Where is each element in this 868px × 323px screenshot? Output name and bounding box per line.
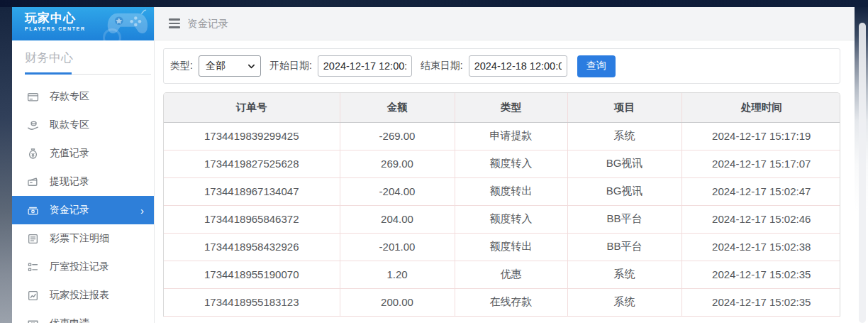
table-cell: 2024-12-17 15:02:38: [681, 233, 840, 261]
start-date-input[interactable]: [318, 55, 412, 77]
moneybag-icon: [27, 148, 39, 160]
end-date-input[interactable]: [469, 55, 567, 77]
type-label: 类型:: [170, 60, 193, 72]
table-cell: 2024-12-17 15:02:35: [681, 288, 840, 316]
breadcrumb-title: 资金记录: [187, 17, 228, 31]
report-chart-icon: [27, 290, 39, 302]
sidebar-item-存款专区[interactable]: 存款专区: [12, 82, 154, 111]
room-bet-list-icon: [27, 261, 39, 273]
table-cell: 1.20: [340, 261, 455, 288]
sidebar-menu: 存款专区 取款专区 充值记录 提现记录 资金记录 › 彩票下注明细 厅室投注记录…: [12, 82, 154, 323]
type-select[interactable]: 全部: [199, 55, 261, 77]
column-header: 类型: [455, 93, 567, 122]
wallet-icon: [27, 176, 39, 188]
sidebar-item-厅室投注记录[interactable]: 厅室投注记录: [12, 253, 154, 281]
sidebar-item-资金记录[interactable]: 资金记录 ›: [12, 196, 154, 224]
withdraw-hand-icon: [27, 119, 39, 131]
brand-subtitle: PLAYERS CENTER: [25, 26, 154, 31]
table-cell: BG视讯: [567, 177, 681, 205]
sidebar-item-label: 彩票下注明细: [50, 232, 109, 245]
top-window-strip: [0, 0, 868, 7]
table-cell: -201.00: [340, 233, 455, 261]
table-cell: 系统: [567, 288, 681, 316]
table-row: 1734419827525628269.00额度转入BG视讯2024-12-17…: [164, 150, 840, 177]
table-cell: 额度转出: [455, 177, 567, 205]
column-header: 处理时间: [681, 93, 840, 122]
table-cell: 系统: [567, 261, 681, 288]
table-row: 17344189551900701.20优惠系统2024-12-17 15:02…: [164, 261, 840, 288]
brand-title: 玩家中心: [25, 11, 154, 26]
sidebar: 玩家中心 PLAYERS CENTER 财务中心 存款专区 取款专区: [12, 7, 155, 323]
sidebar-item-彩票下注明细[interactable]: 彩票下注明细: [12, 224, 154, 253]
table-cell: BG视讯: [567, 150, 681, 177]
table-cell: 1734419827525628: [164, 150, 340, 177]
table-cell: 269.00: [340, 150, 455, 177]
table-cell: 2024-12-17 15:02:46: [681, 205, 840, 233]
deposit-card-icon: [27, 91, 39, 103]
table-cell: 系统: [567, 122, 681, 150]
sidebar-section-title: 财务中心: [25, 50, 154, 66]
column-header: 金额: [340, 93, 455, 122]
page-scrollbar[interactable]: [859, 23, 866, 323]
table-cell: 额度转入: [455, 205, 567, 233]
chevron-down-icon: [247, 62, 255, 70]
table-row: 1734418955183123200.00在线存款系统2024-12-17 1…: [164, 288, 840, 316]
table-cell: 1734418955190070: [164, 261, 340, 288]
breadcrumb-bar: 资金记录: [155, 7, 855, 40]
table-cell: 优惠: [455, 261, 567, 288]
sidebar-item-取款专区[interactable]: 取款专区: [12, 111, 154, 139]
search-button[interactable]: 查询: [577, 55, 616, 77]
end-date-label: 结束日期:: [421, 60, 463, 72]
coupon-icon: [27, 318, 39, 323]
sidebar-item-label: 厅室投注记录: [50, 261, 109, 273]
table-row: 1734418965846372204.00额度转入BB平台2024-12-17…: [164, 205, 840, 233]
table-cell: 1734419839299425: [164, 122, 340, 150]
chevron-right-icon: ›: [140, 205, 144, 216]
table-cell: -269.00: [340, 122, 455, 150]
sidebar-item-label: 资金记录: [50, 204, 89, 217]
table-cell: BB平台: [567, 233, 681, 261]
table-cell: 204.00: [340, 205, 455, 233]
left-background-gradient: [0, 7, 12, 323]
sidebar-item-label: 优惠申请: [50, 317, 89, 323]
type-select-value: 全部: [206, 60, 226, 72]
funds-record-table: 订单号金额类型项目处理时间 1734419839299425-269.00申请提…: [163, 92, 840, 317]
table-cell: 2024-12-17 15:17:19: [681, 122, 840, 150]
table-cell: 2024-12-17 15:02:47: [681, 177, 840, 205]
table-cell: 1734418965846372: [164, 205, 340, 233]
column-header: 订单号: [164, 93, 340, 122]
table-row: 1734419839299425-269.00申请提款系统2024-12-17 …: [164, 122, 840, 150]
hamburger-icon[interactable]: [169, 18, 180, 28]
table-cell: 200.00: [340, 288, 455, 316]
sidebar-item-玩家投注报表[interactable]: 玩家投注报表: [12, 281, 154, 310]
table-cell: 额度转入: [455, 150, 567, 177]
table-header-row: 订单号金额类型项目处理时间: [164, 93, 840, 122]
table-cell: 申请提款: [455, 122, 567, 150]
table-cell: 1734418955183123: [164, 288, 340, 316]
table-cell: 1734418958432926: [164, 233, 340, 261]
sidebar-item-label: 取款专区: [50, 119, 89, 131]
table-body: 1734419839299425-269.00申请提款系统2024-12-17 …: [164, 122, 840, 316]
sidebar-item-提现记录[interactable]: 提现记录: [12, 168, 154, 196]
start-date-label: 开始日期:: [269, 60, 312, 72]
sidebar-item-充值记录[interactable]: 充值记录: [12, 139, 154, 168]
sidebar-item-label: 玩家投注报表: [50, 289, 109, 302]
column-header: 项目: [567, 93, 681, 122]
table-cell: 2024-12-17 15:02:35: [681, 261, 840, 288]
table-row: 1734418967134047-204.00额度转出BG视讯2024-12-1…: [164, 177, 840, 205]
table-cell: 额度转出: [455, 233, 567, 261]
table-row: 1734418958432926-201.00额度转出BB平台2024-12-1…: [164, 233, 840, 261]
lottery-list-icon: [27, 233, 39, 245]
table-cell: 在线存款: [455, 288, 567, 316]
main-panel: 资金记录 类型: 全部 开始日期: 结束日期: 查询 订单号金额类型项目处理时间…: [155, 7, 855, 323]
table-cell: 1734418967134047: [164, 177, 340, 205]
section-underline: [25, 72, 151, 75]
table-cell: 2024-12-17 15:17:07: [681, 150, 840, 177]
banknotes-icon: [27, 204, 39, 217]
sidebar-item-label: 提现记录: [50, 175, 89, 188]
sidebar-item-优惠申请[interactable]: 优惠申请: [12, 310, 154, 323]
sidebar-item-label: 充值记录: [50, 147, 89, 160]
table-cell: -204.00: [340, 177, 455, 205]
table-cell: BB平台: [567, 205, 681, 233]
brand-header: 玩家中心 PLAYERS CENTER: [12, 7, 154, 40]
